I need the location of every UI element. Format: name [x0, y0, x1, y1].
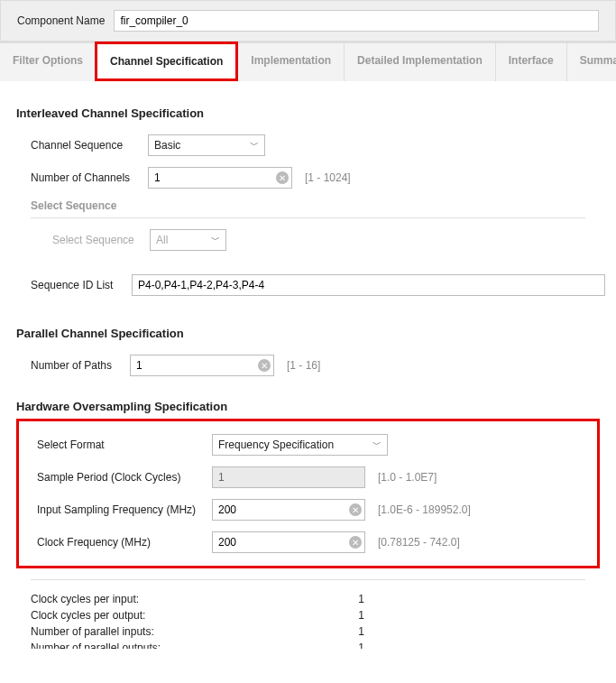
chevron-down-icon: ﹀	[211, 234, 220, 246]
sample-period-input	[212, 466, 365, 488]
select-format-value: Frequency Specification	[218, 438, 334, 451]
oversampling-section-title: Hardware Oversampling Specification	[9, 391, 607, 415]
clock-freq-label: Clock Frequency (MHz)	[37, 536, 212, 549]
tab-detailed-implementation[interactable]: Detailed Implementation	[345, 43, 496, 81]
sequence-id-label: Sequence ID List	[31, 279, 132, 291]
tab-summary[interactable]: Summary	[567, 43, 616, 81]
num-parallel-inputs-label: Number of parallel inputs:	[31, 625, 328, 638]
clock-cycles-per-input-label: Clock cycles per input:	[31, 593, 328, 605]
clock-cycles-per-output-value: 1	[328, 609, 364, 622]
num-parallel-outputs-value: 1	[328, 641, 364, 647]
parallel-section-title: Parallel Channel Specification	[9, 318, 607, 349]
num-parallel-inputs-value: 1	[328, 625, 364, 638]
clear-icon[interactable]: ✕	[258, 359, 271, 372]
chevron-down-icon: ﹀	[372, 438, 382, 451]
tab-channel-specification[interactable]: Channel Specification	[95, 42, 238, 81]
component-name-input[interactable]	[114, 10, 599, 32]
sample-period-label: Sample Period (Clock Cycles)	[37, 471, 212, 484]
tab-filter-options[interactable]: Filter Options	[0, 43, 97, 81]
num-paths-input[interactable]	[130, 355, 274, 376]
num-paths-hint: [1 - 16]	[287, 359, 320, 372]
clock-cycles-per-output-label: Clock cycles per output:	[31, 609, 328, 622]
num-channels-hint: [1 - 1024]	[305, 171, 351, 184]
oversampling-highlight-box: Select Format Frequency Specification ﹀ …	[16, 419, 600, 568]
clock-freq-input[interactable]	[212, 531, 365, 553]
clear-icon[interactable]: ✕	[349, 503, 362, 516]
clock-freq-hint: [0.78125 - 742.0]	[378, 536, 460, 549]
select-sequence-label: Select Sequence	[52, 234, 150, 246]
tab-bar: Filter Options Channel Specification Imp…	[0, 42, 616, 81]
chevron-down-icon: ﹀	[250, 139, 259, 152]
channel-sequence-label: Channel Sequence	[31, 139, 148, 152]
tab-implementation[interactable]: Implementation	[238, 43, 345, 81]
num-channels-label: Number of Channels	[31, 171, 148, 184]
sample-period-hint: [1.0 - 1.0E7]	[378, 471, 437, 484]
channel-sequence-select[interactable]: Basic ﹀	[148, 134, 265, 156]
channel-sequence-value: Basic	[154, 139, 180, 152]
select-format-select[interactable]: Frequency Specification ﹀	[212, 434, 388, 456]
sequence-id-input[interactable]	[132, 274, 605, 296]
select-sequence-value: All	[156, 234, 168, 246]
select-sequence-select[interactable]: All ﹀	[150, 229, 226, 251]
component-name-bar: Component Name	[0, 0, 616, 42]
clear-icon[interactable]: ✕	[349, 536, 362, 549]
content-area: Interleaved Channel Specification Channe…	[0, 81, 616, 649]
divider	[31, 579, 585, 580]
component-name-label: Component Name	[17, 14, 105, 27]
interleaved-section-title: Interleaved Channel Specification	[9, 97, 607, 129]
clock-cycles-per-input-value: 1	[328, 593, 364, 605]
input-freq-hint: [1.0E-6 - 189952.0]	[378, 503, 471, 516]
num-parallel-outputs-label: Number of parallel outputs:	[31, 641, 328, 647]
input-freq-input[interactable]	[212, 499, 365, 521]
tab-interface[interactable]: Interface	[496, 43, 567, 81]
input-freq-label: Input Sampling Frequency (MHz)	[37, 503, 212, 516]
select-format-label: Select Format	[37, 438, 212, 451]
select-sequence-header: Select Sequence	[31, 199, 585, 218]
num-channels-input[interactable]	[148, 167, 292, 189]
num-paths-label: Number of Paths	[31, 359, 130, 372]
clear-icon[interactable]: ✕	[276, 171, 289, 184]
